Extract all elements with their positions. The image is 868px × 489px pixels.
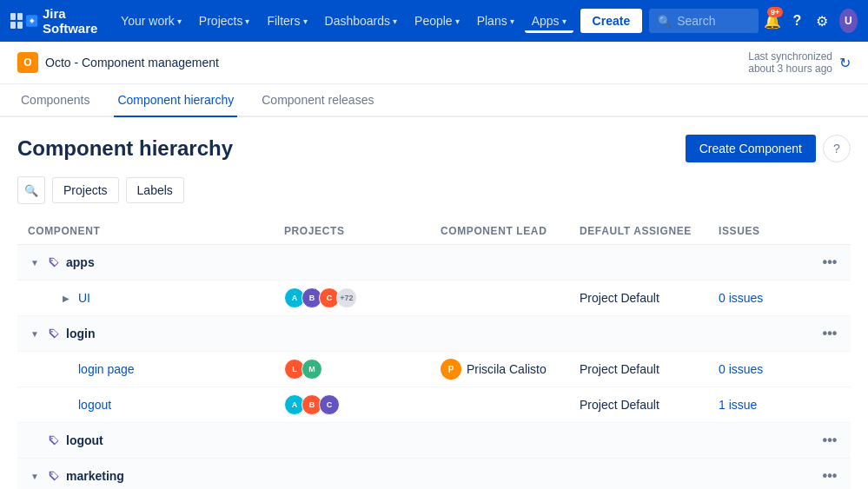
lead-name: Priscila Calisto [467, 362, 547, 376]
expand-icon[interactable]: ▼ [28, 327, 42, 340]
table-row: ▼ marketing ••• [17, 459, 851, 489]
help-button[interactable]: ? [786, 7, 807, 35]
project-icon: O [17, 52, 38, 73]
app-name: Jira Software [43, 6, 103, 36]
component-name: apps [66, 255, 95, 269]
page-title: Component hierarchy [17, 136, 233, 161]
actions-cell: ••• [805, 323, 840, 344]
app-switcher-icon[interactable] [10, 13, 23, 29]
avatar[interactable]: U [839, 9, 858, 33]
chevron-down-icon: ▾ [245, 17, 249, 26]
issues-link[interactable]: 1 issue [719, 398, 757, 412]
avatar: M [301, 359, 322, 380]
create-component-button[interactable]: Create Component [686, 135, 816, 162]
main-content: Component hierarchy Create Component ? 🔍… [0, 117, 868, 489]
more-options-button[interactable]: ••• [819, 323, 840, 344]
actions-cell: ••• [805, 430, 840, 451]
table-row: ▼ login ••• [17, 316, 851, 352]
chevron-down-icon: ▾ [510, 17, 514, 26]
chevron-down-icon: ▾ [393, 17, 397, 26]
projects-filter-button[interactable]: Projects [52, 177, 119, 203]
app-logo: Jira Software [26, 6, 103, 36]
col-actions [805, 225, 840, 237]
sync-time: about 3 hours ago [748, 63, 832, 75]
lead-avatar: P [441, 359, 461, 380]
nav-filters[interactable]: Filters ▾ [260, 9, 314, 33]
issues-link[interactable]: 0 issues [719, 291, 763, 305]
tab-components[interactable]: Components [17, 84, 93, 117]
col-assignee: Default Assignee [580, 225, 719, 237]
lead-cell: P Priscila Calisto [441, 359, 580, 380]
nav-projects[interactable]: Projects ▾ [192, 9, 257, 33]
component-cell: ▶ UI [28, 291, 284, 305]
project-avatars: A B C [284, 394, 441, 415]
help-icon: ? [793, 13, 802, 29]
component-name[interactable]: logout [78, 398, 111, 412]
more-options-button[interactable]: ••• [819, 252, 840, 273]
table-header: Component Projects Component Lead Defaul… [17, 218, 851, 245]
col-issues: Issues [719, 225, 805, 237]
col-component: Component [28, 225, 284, 237]
search-icon: 🔍 [658, 15, 672, 28]
more-options-button[interactable]: ••• [819, 466, 840, 486]
component-cell: ▶ login page [28, 362, 284, 376]
help-button[interactable]: ? [823, 135, 851, 162]
component-cell: ▼ login [28, 327, 284, 340]
actions-cell: ••• [805, 252, 840, 273]
component-cell: ▼ marketing [28, 469, 284, 483]
table-row: ▶ UI A B C +72 Project Default 0 issues [17, 281, 851, 316]
tab-component-hierarchy[interactable]: Component hierarchy [114, 84, 237, 117]
expand-icon[interactable]: ▶ [59, 291, 73, 305]
settings-icon: ⚙ [816, 13, 828, 30]
table-row: ▶ logout A B C Project Default 1 issue [17, 387, 851, 423]
tag-icon [47, 469, 61, 483]
search-bar[interactable]: 🔍 Search [649, 9, 759, 33]
component-cell: ▶ logout [28, 433, 284, 447]
nav-your-work[interactable]: Your work ▾ [114, 9, 189, 33]
page-header: Component hierarchy Create Component ? [17, 135, 851, 162]
notifications-badge: 9+ [767, 7, 783, 17]
projects-cell: L M [284, 359, 441, 380]
issues-cell: 1 issue [719, 398, 805, 412]
labels-filter-button[interactable]: Labels [126, 177, 184, 203]
component-name[interactable]: login page [78, 362, 135, 376]
search-button[interactable]: 🔍 [17, 176, 45, 204]
component-name[interactable]: UI [78, 291, 90, 305]
tabs-bar: Components Component hierarchy Component… [0, 84, 868, 117]
notifications-button[interactable]: 🔔 9+ [762, 7, 783, 35]
chevron-down-icon: ▾ [303, 17, 308, 26]
component-name: marketing [66, 469, 124, 483]
nav-people[interactable]: People ▾ [407, 9, 467, 33]
issues-link[interactable]: 0 issues [719, 362, 763, 376]
header-actions: Create Component ? [686, 135, 851, 162]
filter-bar: 🔍 Projects Labels [17, 176, 851, 204]
tag-icon [47, 433, 61, 447]
tab-component-releases[interactable]: Component releases [258, 84, 377, 117]
more-options-button[interactable]: ••• [819, 430, 840, 451]
settings-button[interactable]: ⚙ [812, 7, 832, 35]
search-icon: 🔍 [24, 184, 38, 197]
assignee-cell: Project Default [580, 362, 719, 376]
refresh-icon[interactable]: ↻ [839, 55, 851, 71]
create-button[interactable]: Create [580, 9, 643, 33]
chevron-down-icon: ▾ [177, 17, 182, 26]
search-placeholder: Search [677, 14, 715, 28]
table-row: ▶ logout ••• [17, 423, 851, 459]
breadcrumb-bar: O Octo - Component management Last synch… [0, 42, 868, 84]
expand-icon[interactable]: ▼ [28, 255, 42, 269]
avatar-more: +72 [336, 287, 357, 308]
sync-info: Last synchronized about 3 hours ago ↻ [748, 50, 851, 75]
nav-dashboards[interactable]: Dashboards ▾ [318, 9, 405, 33]
component-cell: ▶ logout [28, 398, 284, 412]
projects-cell: A B C [284, 394, 441, 415]
component-table: Component Projects Component Lead Defaul… [17, 218, 851, 489]
component-name: logout [66, 433, 103, 447]
nav-plans[interactable]: Plans ▾ [470, 9, 521, 33]
expand-icon[interactable]: ▼ [28, 469, 42, 483]
component-cell: ▼ apps [28, 255, 284, 269]
tag-icon [47, 327, 61, 340]
project-avatars: A B C +72 [284, 287, 441, 308]
nav-apps[interactable]: Apps ▾ [525, 9, 573, 33]
breadcrumb: Octo - Component management [45, 56, 219, 69]
actions-cell: ••• [805, 466, 840, 486]
